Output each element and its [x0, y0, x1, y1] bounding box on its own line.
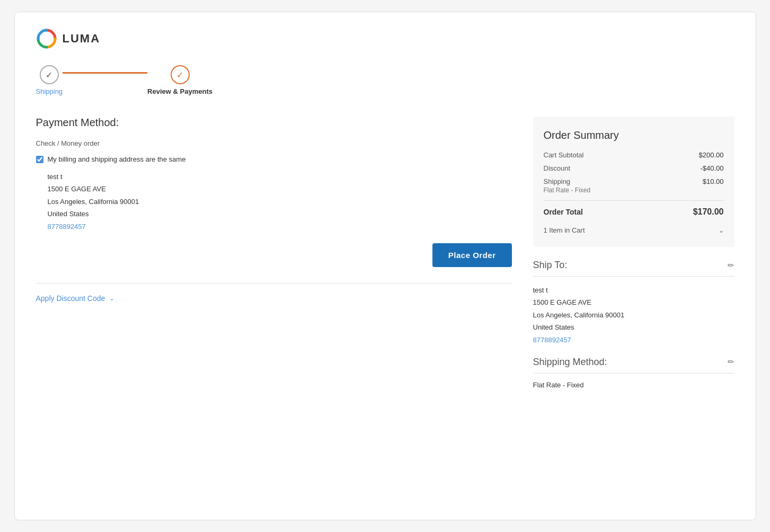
- shipping-label: Shipping: [544, 178, 591, 185]
- chevron-down-icon: ⌄: [109, 295, 114, 302]
- items-chevron-icon: ⌄: [719, 227, 724, 234]
- section-divider: [36, 283, 512, 283]
- luma-logo-icon: [36, 28, 57, 49]
- ship-to-edit-icon[interactable]: ✏: [728, 261, 734, 270]
- place-order-row: Place Order: [36, 243, 512, 267]
- apply-discount-label: Apply Discount Code: [36, 294, 105, 303]
- billing-address-block: test t 1500 E GAGE AVE Los Angeles, Cali…: [48, 171, 512, 233]
- discount-label: Discount: [544, 164, 571, 172]
- step-review-circle: ✓: [171, 65, 190, 84]
- step-shipping: ✓ Shipping: [36, 65, 63, 95]
- billing-city-state: Los Angeles, California 90001: [48, 196, 512, 208]
- header: LUMA: [36, 28, 734, 49]
- ship-to-title: Ship To:: [533, 260, 568, 271]
- billing-phone[interactable]: 8778892457: [48, 220, 512, 233]
- order-total-row: Order Total $170.00: [544, 207, 724, 217]
- ship-to-street: 1500 E GAGE AVE: [533, 296, 734, 308]
- order-summary-box: Order Summary Cart Subtotal $200.00 Disc…: [533, 117, 734, 247]
- ship-to-section: Ship To: ✏ test t 1500 E GAGE AVE Los An…: [533, 260, 734, 346]
- shipping-method-section: Shipping Method: ✏ Flat Rate - Fixed: [533, 357, 734, 389]
- shipping-method-title: Shipping Method:: [533, 357, 607, 368]
- ship-to-city-state: Los Angeles, California 90001: [533, 309, 734, 321]
- billing-same-checkbox[interactable]: [36, 156, 43, 163]
- page-container: LUMA ✓ Shipping ✓ Review & Payments Paym…: [14, 12, 756, 520]
- step-connector: [63, 72, 147, 74]
- right-section: Order Summary Cart Subtotal $200.00 Disc…: [533, 117, 734, 400]
- summary-divider: [544, 200, 724, 201]
- payment-method-title: Payment Method:: [36, 117, 512, 129]
- discount-value: -$40.00: [700, 164, 723, 172]
- payment-method-option: Check / Money order: [36, 139, 512, 147]
- cart-subtotal-value: $200.00: [699, 151, 724, 159]
- main-layout: Payment Method: Check / Money order My b…: [36, 117, 734, 400]
- order-summary-title: Order Summary: [544, 129, 724, 141]
- shipping-method-edit-icon[interactable]: ✏: [728, 357, 734, 367]
- shipping-method-divider: [533, 373, 734, 374]
- ship-to-country: United States: [533, 321, 734, 333]
- shipping-row: Shipping Flat Rate - Fixed $10.00: [544, 178, 724, 194]
- order-total-value: $170.00: [693, 207, 724, 217]
- step-shipping-circle: ✓: [40, 65, 59, 84]
- billing-checkbox-label: My billing and shipping address are the …: [48, 155, 186, 163]
- shipping-value: $10.00: [703, 178, 724, 185]
- order-total-label: Order Total: [544, 208, 583, 216]
- step-review-label: Review & Payments: [147, 87, 213, 95]
- cart-subtotal-row: Cart Subtotal $200.00: [544, 151, 724, 159]
- step-shipping-label: Shipping: [36, 87, 63, 95]
- billing-name: test t: [48, 171, 512, 183]
- ship-to-phone[interactable]: 8778892457: [533, 334, 734, 346]
- progress-steps: ✓ Shipping ✓ Review & Payments: [36, 65, 259, 95]
- apply-discount-toggle[interactable]: Apply Discount Code ⌄: [36, 294, 512, 303]
- place-order-button[interactable]: Place Order: [432, 243, 512, 267]
- shipping-sublabel: Flat Rate - Fixed: [544, 187, 591, 194]
- logo-text: LUMA: [63, 32, 101, 46]
- left-section: Payment Method: Check / Money order My b…: [36, 117, 512, 400]
- items-in-cart-label: 1 Item in Cart: [544, 226, 585, 234]
- ship-to-name: test t: [533, 284, 734, 296]
- step-review: ✓ Review & Payments: [147, 65, 213, 95]
- items-in-cart-row[interactable]: 1 Item in Cart ⌄: [544, 224, 724, 234]
- billing-country: United States: [48, 208, 512, 220]
- billing-street: 1500 E GAGE AVE: [48, 183, 512, 195]
- shipping-method-header: Shipping Method: ✏: [533, 357, 734, 368]
- discount-row: Discount -$40.00: [544, 164, 724, 172]
- cart-subtotal-label: Cart Subtotal: [544, 151, 584, 159]
- shipping-method-value: Flat Rate - Fixed: [533, 381, 734, 389]
- billing-checkbox-row: My billing and shipping address are the …: [36, 155, 512, 163]
- ship-to-divider: [533, 276, 734, 277]
- ship-to-header: Ship To: ✏: [533, 260, 734, 271]
